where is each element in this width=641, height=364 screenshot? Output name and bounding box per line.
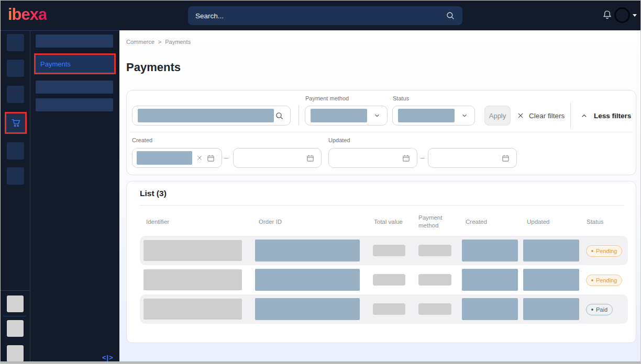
sidebar: Payments <|> (1, 30, 119, 363)
range-dash: – (421, 153, 425, 162)
calendar-icon[interactable] (501, 154, 510, 163)
list-divider (140, 205, 624, 206)
user-menu-caret-icon[interactable] (633, 14, 637, 17)
order-id-placeholder (255, 298, 360, 320)
search-icon (275, 111, 284, 120)
status-select[interactable] (392, 106, 475, 126)
status-badge-label: Pending (596, 248, 617, 254)
table-row[interactable]: Paid (140, 294, 628, 324)
updated-label: Updated (328, 137, 350, 143)
breadcrumb: Commerce > Payments (126, 39, 191, 45)
submenu-item-4[interactable] (36, 98, 113, 111)
page-title: Payments (126, 61, 181, 74)
col-order-id: Order ID (252, 218, 368, 226)
col-total-value: Total value (368, 218, 412, 226)
ibexa-logo[interactable]: ibexa (8, 5, 47, 24)
submenu-item-3[interactable] (36, 81, 113, 94)
global-search[interactable] (188, 6, 462, 25)
status-dot-icon (591, 250, 593, 252)
submenu-item-payments[interactable]: Payments (34, 53, 116, 74)
total-value-placeholder (373, 303, 405, 315)
sidebar-item-1[interactable] (7, 34, 24, 51)
search-value-placeholder (138, 109, 274, 122)
status-badge: Pending (586, 275, 622, 286)
close-icon (517, 112, 524, 119)
order-id-placeholder (255, 240, 360, 261)
table-row[interactable]: Pending (140, 265, 628, 294)
notifications-bell-icon[interactable] (602, 9, 613, 21)
main-content: Commerce > Payments Payments Payment met… (119, 30, 640, 363)
total-value-placeholder (373, 274, 405, 286)
user-avatar[interactable] (614, 7, 630, 23)
payment-method-value-placeholder (311, 109, 367, 122)
clear-date-icon[interactable] (196, 155, 203, 161)
status-dot-icon (591, 309, 593, 311)
less-filters-button[interactable]: Less filters (580, 106, 631, 126)
sidebar-item-commerce[interactable] (5, 112, 27, 134)
rail-section-divider (1, 290, 30, 291)
apply-button[interactable]: Apply (484, 106, 511, 126)
updated-to-date-input[interactable] (428, 148, 517, 168)
status-badge-label: Pending (596, 277, 617, 283)
search-icon (446, 11, 455, 20)
clear-filters-button[interactable]: Clear filters (517, 106, 565, 126)
sidebar-item-bottom-2[interactable] (7, 320, 24, 337)
sidebar-resize-icon[interactable]: <|> (102, 354, 114, 361)
total-value-placeholder (373, 245, 405, 256)
sidebar-item-6[interactable] (7, 167, 24, 185)
range-dash: – (224, 153, 228, 162)
identifier-placeholder (143, 269, 242, 290)
status-dot-icon (591, 279, 593, 281)
col-created: Created (459, 218, 521, 226)
top-bar: ibexa (1, 1, 640, 30)
chevron-down-icon (373, 112, 381, 119)
filters-panel: Payment method Status Apply (126, 90, 636, 175)
calendar-icon[interactable] (206, 154, 215, 163)
created-from-value-placeholder (137, 151, 192, 165)
submenu-item-payments-label: Payments (40, 60, 71, 68)
sidebar-item-3[interactable] (7, 86, 24, 103)
payment-method-placeholder (418, 303, 451, 315)
sidebar-item-bottom-3[interactable] (7, 345, 24, 362)
submenu-item-1[interactable] (36, 35, 113, 48)
less-filters-label: Less filters (594, 112, 631, 120)
global-search-input[interactable] (195, 12, 446, 20)
list-title: List (3) (140, 189, 167, 198)
sidebar-item-bottom-1[interactable] (7, 295, 24, 312)
app-window: ibexa (0, 0, 641, 364)
identifier-placeholder (143, 240, 242, 261)
sidebar-item-5[interactable] (7, 142, 24, 160)
shopping-cart-icon (10, 117, 21, 129)
created-placeholder (462, 269, 518, 291)
clear-filters-label: Clear filters (529, 112, 565, 120)
table-header: Identifier Order ID Total value Payment … (140, 210, 628, 233)
calendar-icon[interactable] (402, 154, 411, 163)
updated-placeholder (523, 240, 579, 261)
sidebar-item-2[interactable] (7, 60, 24, 77)
col-updated: Updated (521, 218, 582, 226)
payment-method-placeholder (418, 245, 451, 256)
status-badge-label: Paid (596, 306, 607, 313)
order-id-placeholder (255, 269, 360, 291)
created-placeholder (462, 240, 518, 261)
filter-divider (299, 106, 299, 126)
status-value-placeholder (398, 109, 455, 122)
identifier-placeholder (143, 299, 242, 320)
updated-from-date-input[interactable] (328, 148, 417, 168)
created-from-date-input[interactable] (132, 148, 222, 168)
created-to-date-input[interactable] (233, 148, 322, 168)
chevron-up-icon (580, 112, 588, 120)
created-label: Created (132, 137, 152, 143)
breadcrumb-item-commerce[interactable]: Commerce (126, 39, 154, 45)
col-identifier: Identifier (140, 218, 252, 226)
payment-method-select[interactable] (305, 106, 388, 126)
filter-rows-divider (130, 132, 633, 132)
payment-method-placeholder (418, 274, 451, 286)
updated-placeholder (523, 298, 579, 320)
window-bottom-edge (1, 361, 640, 363)
breadcrumb-item-payments[interactable]: Payments (165, 39, 191, 45)
calendar-icon[interactable] (306, 154, 315, 163)
filter-search-input[interactable] (132, 106, 291, 126)
status-label: Status (393, 95, 409, 101)
table-row[interactable]: Pending (140, 236, 628, 265)
